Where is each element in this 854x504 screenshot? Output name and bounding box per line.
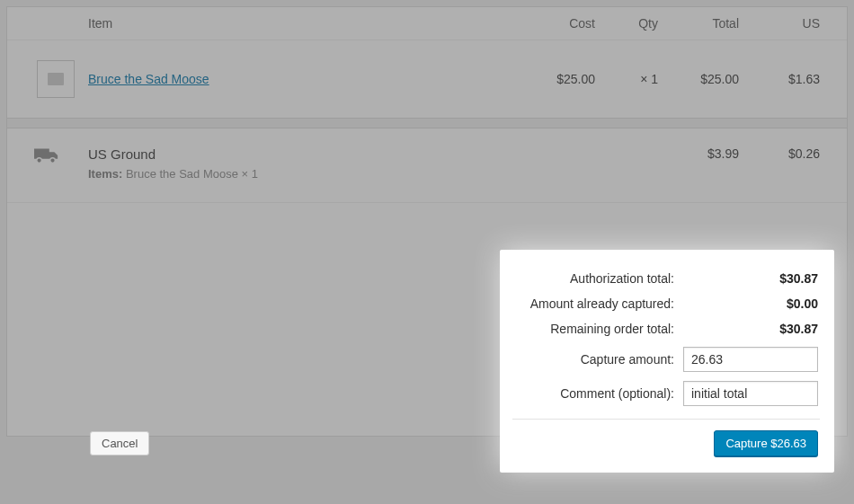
image-placeholder-icon — [48, 73, 64, 85]
line-item-row: Bruce the Sad Moose $25.00 × 1 $25.00 $1… — [7, 40, 847, 118]
header-qty: Qty — [595, 16, 658, 31]
authorization-total-label: Authorization total: — [514, 271, 683, 286]
shipping-total: $3.99 — [658, 146, 739, 161]
capture-comment-input[interactable] — [683, 381, 818, 406]
shipping-method-name: US Ground — [88, 146, 523, 162]
capture-submit-button[interactable]: Capture $26.63 — [714, 430, 818, 456]
product-name-link[interactable]: Bruce the Sad Moose — [88, 72, 209, 86]
truck-icon — [34, 146, 88, 167]
items-table-header: Item Cost Qty Total US — [7, 7, 847, 40]
already-captured-label: Amount already captured: — [514, 296, 683, 311]
line-item-qty: × 1 — [595, 72, 658, 86]
header-cost: Cost — [523, 16, 595, 31]
authorization-total-value: $30.87 — [683, 271, 818, 286]
capture-panel: Authorization total: $30.87 Amount alrea… — [500, 250, 834, 473]
svg-point-0 — [37, 158, 42, 164]
capture-amount-label: Capture amount: — [514, 352, 683, 367]
header-item: Item — [88, 16, 523, 31]
remaining-total-label: Remaining order total: — [514, 322, 683, 336]
line-item-tax: $1.63 — [739, 72, 820, 86]
shipping-row: US Ground Items: Bruce the Sad Moose × 1… — [7, 128, 847, 191]
shipping-tax: $0.26 — [739, 146, 820, 161]
line-item-total: $25.00 — [658, 72, 739, 86]
capture-amount-input[interactable] — [683, 347, 818, 372]
remaining-total-value: $30.87 — [683, 322, 818, 336]
shipping-items: Items: Bruce the Sad Moose × 1 — [88, 167, 523, 181]
capture-comment-label: Comment (optional): — [514, 386, 683, 401]
line-item-cost: $25.00 — [523, 72, 595, 86]
product-thumbnail-placeholder — [37, 60, 75, 98]
cancel-button[interactable]: Cancel — [90, 431, 149, 455]
header-total: Total — [658, 16, 739, 31]
shipping-items-label: Items: — [88, 167, 122, 181]
already-captured-value: $0.00 — [683, 296, 818, 311]
shipping-items-text: Bruce the Sad Moose × 1 — [126, 167, 258, 181]
svg-point-1 — [50, 158, 56, 164]
header-tax: US — [739, 16, 820, 31]
